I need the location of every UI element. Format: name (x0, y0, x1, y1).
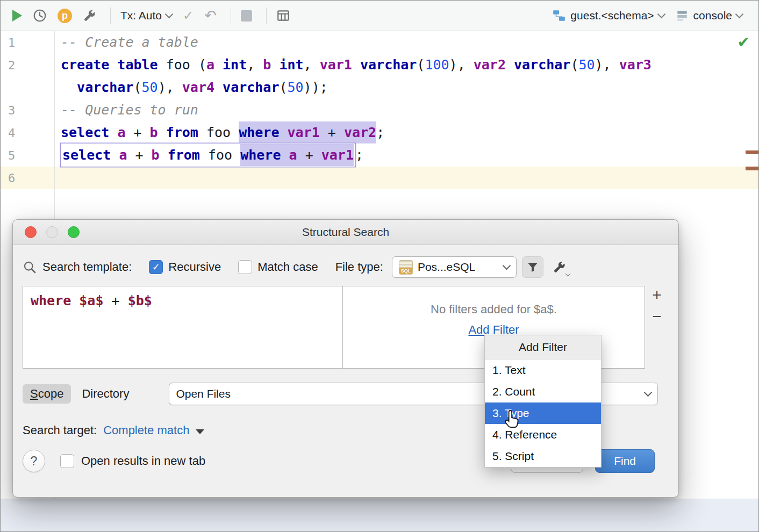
code-line[interactable]: 6 (1, 167, 758, 189)
run-button[interactable] (9, 8, 25, 24)
rollback-button[interactable]: ↶ (201, 7, 220, 24)
inspections-ok-icon[interactable]: ✔ (737, 33, 750, 51)
zoom-button[interactable] (68, 226, 80, 238)
code-line[interactable]: 5select a + b from foo where a + var1; (1, 144, 758, 167)
stop-button[interactable] (238, 8, 255, 24)
table-icon (276, 9, 290, 23)
code-line[interactable]: 3-- Queries to run (1, 99, 758, 121)
stop-icon (241, 10, 252, 21)
commit-button[interactable]: ✓ (180, 7, 197, 24)
menu-item-type[interactable]: 3. Type (485, 402, 601, 424)
recursive-checkbox[interactable] (149, 260, 163, 274)
remove-filter-button[interactable]: − (648, 308, 665, 325)
schema-selector[interactable]: guest.<schema> (549, 6, 667, 25)
template-code: where $a$ + $b$ (31, 293, 335, 308)
code-token: 50 (142, 80, 158, 95)
add-filter-button[interactable]: + (648, 287, 665, 303)
code-token: where (240, 144, 281, 166)
popup-title: Add Filter (485, 335, 601, 360)
find-button[interactable]: Find (595, 449, 655, 473)
line-number: 1 (1, 36, 54, 49)
code-token: b (263, 57, 271, 73)
menu-item-script[interactable]: 5. Script (485, 445, 601, 467)
toolbar-separator (110, 8, 111, 24)
code-token: ), (449, 57, 474, 73)
help-button[interactable]: ? (23, 450, 45, 472)
close-button[interactable] (25, 226, 37, 238)
filter-toolbar: + − (645, 286, 669, 369)
status-strip (1, 499, 758, 531)
code-token: var1 (321, 144, 354, 166)
file-type-value: Pos...eSQL (418, 261, 499, 274)
code-token (214, 57, 223, 73)
error-stripe-mark[interactable] (746, 150, 758, 154)
filters-empty-text: No filters added for $a$. (431, 303, 557, 317)
code-token: var2 (474, 57, 506, 73)
code-token: , (247, 57, 263, 73)
line-number: 6 (1, 171, 54, 185)
history-button[interactable] (30, 6, 50, 25)
code-line[interactable]: 2create table foo (a int, b int, var1 va… (1, 54, 758, 76)
code-token: var4 (182, 80, 214, 95)
error-stripe-mark[interactable] (746, 167, 758, 170)
scope-tabs: ScopeDirectory (23, 384, 137, 404)
code-token: + (127, 147, 151, 163)
schema-label: guest.<schema> (570, 9, 654, 22)
search-target-value[interactable]: Complete match (103, 423, 189, 437)
code-token (109, 125, 117, 140)
tab-directory[interactable]: Directory (74, 384, 137, 404)
tab-scope[interactable]: Scope (23, 384, 71, 404)
tx-mode-selector[interactable]: Tx: Auto (117, 7, 175, 24)
code-line[interactable]: varchar(50), var4 varchar(50)); (1, 76, 758, 99)
code-token (279, 121, 287, 143)
menu-item-text[interactable]: 1. Text (485, 360, 601, 381)
code-token (271, 57, 279, 73)
popup-items: 1. Text2. Count3. Type4. Reference5. Scr… (485, 360, 601, 467)
filter-button[interactable] (522, 256, 543, 278)
search-template-editor[interactable]: where $a$ + $b$ (23, 286, 343, 369)
code-token: ( (417, 57, 425, 73)
wrench-icon (553, 261, 566, 274)
menu-item-reference[interactable]: 4. Reference (485, 424, 601, 445)
match-case-checkbox[interactable] (238, 260, 252, 274)
code-token: a (117, 125, 125, 140)
code-text: -- Create a table (54, 31, 758, 54)
parameters-button[interactable]: p (54, 6, 75, 25)
history-icon (33, 9, 47, 23)
code-token: select (61, 125, 109, 140)
code-token (61, 80, 77, 95)
code-token: varchar (514, 57, 570, 73)
dropdown-triangle-icon (196, 429, 204, 434)
chevron-down-icon (503, 262, 511, 270)
code-token: varchar (223, 80, 279, 95)
parameters-icon: p (58, 9, 72, 23)
code-token: from (168, 147, 200, 163)
file-type-select[interactable]: SQL Pos...eSQL (392, 256, 517, 278)
menu-item-count[interactable]: 2. Count (485, 381, 601, 402)
code-line[interactable]: 4select a + b from foo where var1 + var2… (1, 121, 758, 144)
table-view-button[interactable] (273, 6, 293, 25)
code-token: -- Create a table (61, 34, 198, 50)
code-line[interactable]: 1-- Create a table (1, 31, 758, 54)
code-token (158, 125, 166, 140)
code-token: foo ( (158, 57, 206, 73)
code-token (506, 57, 514, 73)
tx-label: Tx: Auto (120, 9, 162, 22)
code-token: var3 (619, 57, 651, 73)
code-token: ; (355, 147, 363, 163)
file-type-label: File type: (335, 260, 383, 274)
settings-wrench-button[interactable] (80, 7, 99, 25)
code-token: create table (61, 57, 158, 73)
structural-match-box: select a + b from foo where a + var1 (61, 143, 355, 167)
dialog-titlebar[interactable]: Structural Search (13, 220, 678, 245)
minimize-button[interactable] (46, 226, 58, 238)
code-token: ), (158, 80, 182, 95)
filter-icon (526, 261, 539, 274)
open-results-checkbox[interactable] (60, 454, 74, 468)
recursive-label: Recursive (168, 260, 221, 274)
tools-wrench-button[interactable] (549, 256, 570, 278)
console-selector[interactable]: console (672, 6, 746, 25)
dialog-title: Structural Search (302, 226, 389, 239)
code-token (111, 147, 119, 163)
chevron-down-icon (735, 10, 744, 18)
